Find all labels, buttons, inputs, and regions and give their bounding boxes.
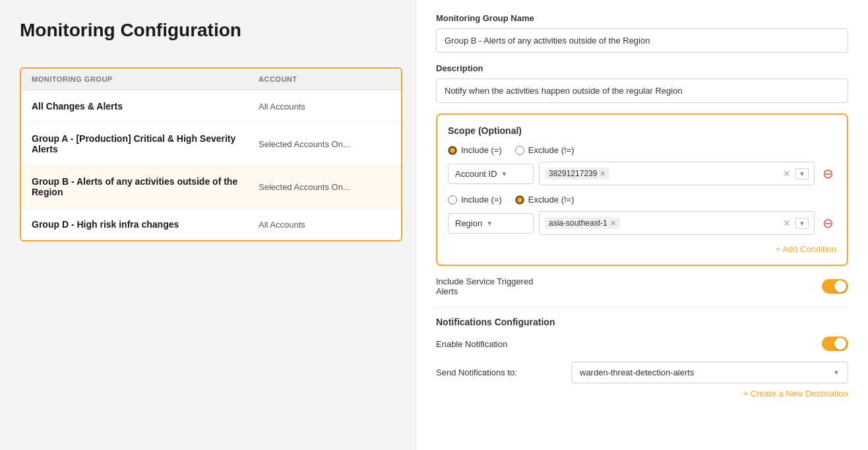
table-row[interactable]: Group D - High risk infra changes All Ac…: [21, 209, 401, 240]
include-service-row: Include Service Triggered Alerts: [436, 276, 848, 296]
exclude-label: Exclude (!=): [528, 195, 574, 205]
scope-section: Scope (Optional) Include (=) Exclude (!=…: [436, 113, 848, 266]
notifications-title: Notifications Configuration: [436, 317, 848, 327]
condition-2-tag-input[interactable]: asia-southeast-1 ✕ ✕ ▼: [539, 211, 815, 235]
send-to-dropdown[interactable]: warden-threat-detection-alerts ▼: [571, 362, 848, 383]
tag-close-icon[interactable]: ✕: [600, 170, 605, 178]
row-account: Selected Accounts On...: [259, 182, 390, 192]
send-to-row: Send Notifications to: warden-threat-det…: [436, 362, 848, 383]
group-name: Group A - [Production] Critical & High S…: [32, 133, 259, 154]
condition-2-field-dropdown[interactable]: Region ▼: [448, 213, 534, 234]
condition-1-field-dropdown[interactable]: Account ID ▼: [448, 164, 534, 184]
include-label: Include (=): [461, 195, 502, 205]
tag-value: asia-southeast-1: [549, 218, 607, 228]
divider: [436, 307, 848, 307]
table-header: MONITORING GROUP ACCOUNT: [21, 69, 401, 90]
remove-condition-2-button[interactable]: ⊖: [820, 215, 836, 231]
chevron-down-icon: ▼: [486, 220, 493, 227]
description-label: Description: [436, 63, 848, 73]
remove-condition-1-button[interactable]: ⊖: [820, 166, 836, 181]
condition-2-row: Region ▼ asia-southeast-1 ✕ ✕ ▼ ⊖: [448, 211, 836, 235]
condition-1-exclude-radio[interactable]: Exclude (!=): [515, 145, 574, 155]
table-row[interactable]: All Changes & Alerts All Accounts: [21, 90, 401, 123]
tag-clear-button[interactable]: ✕: [781, 168, 793, 179]
condition-1-radio-row: Include (=) Exclude (!=): [448, 145, 836, 155]
scope-condition-2: Include (=) Exclude (!=) Region ▼ asia-s…: [448, 195, 836, 235]
chevron-down-icon: ▼: [501, 170, 508, 177]
condition-2-field-label: Region: [455, 218, 482, 228]
group-name: Group D - High risk infra changes: [32, 219, 259, 230]
condition-1-field-label: Account ID: [455, 169, 497, 179]
row-account: All Accounts: [259, 220, 390, 230]
tag-item: 38291217239 ✕: [545, 168, 609, 179]
remove-icon: ⊖: [822, 215, 834, 231]
group-name: All Changes & Alerts: [32, 101, 259, 112]
include-label: Include (=): [461, 145, 502, 155]
scope-title: Scope (Optional): [448, 125, 836, 136]
description-input[interactable]: [436, 79, 848, 103]
col-header-group: MONITORING GROUP: [32, 75, 259, 83]
exclude-label: Exclude (!=): [528, 145, 574, 155]
include-service-toggle[interactable]: [822, 279, 848, 294]
chevron-down-icon: ▼: [833, 369, 840, 376]
enable-notification-row: Enable Notification: [436, 337, 848, 351]
add-condition-link[interactable]: + Add Condition: [448, 244, 836, 254]
scope-condition-1: Include (=) Exclude (!=) Account ID ▼ 38…: [448, 145, 836, 185]
tag-input-actions: ✕ ▼: [781, 218, 809, 229]
right-panel: Monitoring Group Name Description Scope …: [416, 0, 868, 450]
create-destination-link[interactable]: + Create a New Destination: [436, 389, 848, 399]
left-panel: Monitoring Configuration MONITORING GROU…: [0, 0, 416, 450]
enable-notification-toggle[interactable]: [822, 337, 848, 351]
monitoring-groups-table: MONITORING GROUP ACCOUNT All Changes & A…: [20, 67, 402, 241]
tag-input-actions: ✕ ▼: [781, 168, 809, 179]
tag-close-icon[interactable]: ✕: [610, 219, 616, 228]
table-row-selected[interactable]: Group B - Alerts of any activities outsi…: [21, 166, 401, 209]
send-to-label: Send Notifications to:: [436, 368, 517, 377]
condition-2-include-radio[interactable]: Include (=): [448, 195, 502, 205]
condition-1-tag-input[interactable]: 38291217239 ✕ ✕ ▼: [539, 162, 815, 185]
tag-chevron-down-icon[interactable]: ▼: [795, 168, 809, 179]
enable-notification-label: Enable Notification: [436, 339, 507, 349]
condition-2-radio-row: Include (=) Exclude (!=): [448, 195, 836, 205]
group-name-label: Monitoring Group Name: [436, 13, 848, 23]
condition-1-include-radio[interactable]: Include (=): [448, 145, 502, 155]
condition-2-exclude-radio[interactable]: Exclude (!=): [515, 195, 574, 205]
table-row[interactable]: Group A - [Production] Critical & High S…: [21, 123, 401, 166]
group-name-input[interactable]: [436, 28, 848, 53]
col-header-account: ACCOUNT: [259, 75, 390, 83]
remove-icon: ⊖: [822, 166, 834, 181]
tag-clear-button[interactable]: ✕: [781, 218, 793, 228]
row-account: All Accounts: [259, 102, 390, 112]
page-title: Monitoring Configuration: [20, 20, 402, 41]
send-to-value: warden-threat-detection-alerts: [580, 368, 694, 377]
tag-chevron-down-icon[interactable]: ▼: [795, 218, 809, 229]
tag-value: 38291217239: [549, 169, 597, 178]
tag-item: asia-southeast-1 ✕: [545, 217, 620, 229]
row-account: Selected Accounts On...: [259, 139, 390, 149]
condition-1-row: Account ID ▼ 38291217239 ✕ ✕ ▼ ⊖: [448, 162, 836, 185]
group-name: Group B - Alerts of any activities outsi…: [32, 176, 259, 197]
include-service-label: Include Service Triggered Alerts: [436, 276, 533, 296]
